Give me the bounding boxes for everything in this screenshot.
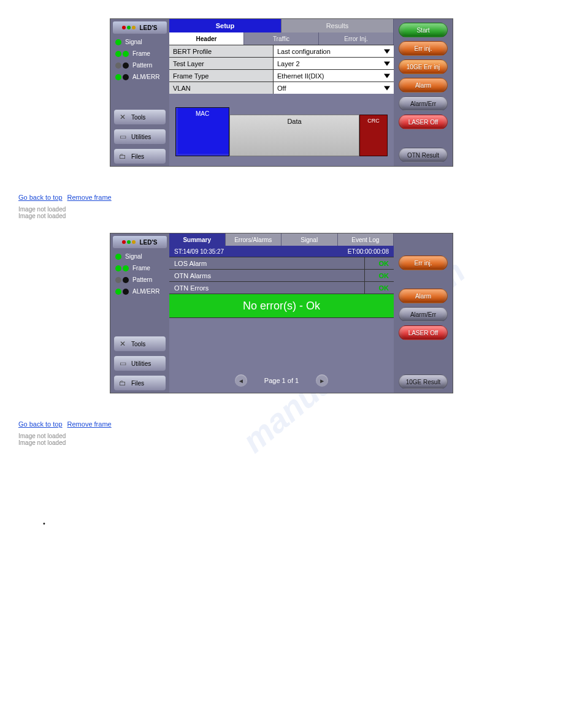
frame-diagram: MAC Data CRC	[175, 104, 388, 156]
led-row-almerr: ALM/ERR	[110, 286, 169, 297]
errinj-button[interactable]: Err inj.	[399, 256, 448, 270]
tab-event-log[interactable]: Event Log	[338, 233, 394, 246]
form-row-frametype: Frame Type Ethernet II(DIX)	[169, 69, 394, 82]
page-label: Page 1 of 1	[264, 377, 299, 384]
image-not-loaded-text: Image not loaded Image not loaded	[18, 433, 563, 446]
sidebar-btn-label: Tools	[131, 114, 145, 121]
link-line: Go back to top Remove frame	[18, 420, 563, 428]
form-rows: BERT Profile Last configuration Test Lay…	[169, 45, 394, 94]
bullet-item	[43, 520, 563, 527]
sidebar-tools-button[interactable]: ✕ Tools	[114, 110, 166, 124]
laser-off-button[interactable]: LASER Off	[399, 115, 448, 129]
tab-results[interactable]: Results	[282, 19, 394, 32]
alarmerr-button[interactable]: Alarm/Err	[399, 96, 448, 111]
sidebar-files-button[interactable]: 🗀 Files	[114, 376, 166, 390]
chevron-down-icon	[384, 61, 390, 66]
page-prev-button[interactable]: ◄	[235, 374, 247, 387]
led-icon	[115, 51, 121, 57]
frame-mac[interactable]: MAC	[175, 107, 229, 156]
tab-setup[interactable]: Setup	[169, 19, 282, 32]
page-next-button[interactable]: ►	[316, 374, 328, 387]
alarm-button[interactable]: Alarm	[399, 78, 448, 93]
form-value: Ethernet II(DIX)	[277, 72, 324, 80]
tab-summary[interactable]: Summary	[169, 233, 226, 246]
center-panel: Summary Errors/Alarms Signal Event Log S…	[169, 233, 394, 393]
led-row-pattern: Pattern	[110, 59, 169, 71]
form-dropdown[interactable]: Last configuration	[274, 45, 394, 57]
form-label: Test Layer	[169, 58, 274, 69]
form-dropdown[interactable]: Layer 2	[274, 58, 394, 69]
utilities-icon: ▭	[118, 358, 128, 368]
form-label: Frame Type	[169, 70, 274, 82]
form-dropdown[interactable]: Ethernet II(DIX)	[274, 70, 394, 82]
tools-icon: ✕	[118, 112, 128, 122]
status-label: OTN Alarms	[169, 270, 364, 281]
led-label: Signal	[125, 253, 142, 260]
top-tabs: Setup Results	[169, 19, 394, 32]
led-icon	[123, 277, 129, 283]
leds-title: LED'S	[139, 239, 157, 246]
subtab-traffic[interactable]: Traffic	[244, 32, 319, 45]
led-row-frame: Frame	[110, 48, 169, 59]
tab-signal[interactable]: Signal	[282, 233, 338, 246]
led-icon	[115, 289, 121, 295]
led-icon	[123, 289, 129, 295]
sidebar-btn-label: Utilities	[131, 360, 151, 367]
laser-off-button[interactable]: LASER Off	[399, 325, 448, 340]
remove-frame-link[interactable]: Remove frame	[67, 420, 112, 428]
10ge-result-button[interactable]: 10GE Result	[399, 374, 448, 389]
led-row-almerr: ALM/ERR	[110, 71, 169, 83]
status-value: OK	[364, 257, 394, 269]
pager: ◄ Page 1 of 1 ►	[169, 368, 394, 393]
subtab-header[interactable]: Header	[169, 32, 244, 45]
elapsed-time: ET:00:00:00:08	[348, 248, 389, 255]
frame-data[interactable]: Data	[229, 115, 359, 156]
form-value: Layer 2	[277, 60, 300, 67]
leds-title: LED'S	[139, 25, 157, 31]
form-row-vlan: VLAN Off	[169, 82, 394, 94]
status-row: OTN Alarms OK	[169, 269, 394, 281]
start-button[interactable]: Start	[399, 23, 448, 37]
led-row-frame: Frame	[110, 262, 169, 274]
sidebar-btn-label: Utilities	[131, 134, 151, 140]
chevron-down-icon	[384, 74, 390, 78]
form-dropdown[interactable]: Off	[274, 82, 394, 94]
led-icon	[123, 63, 129, 69]
chevron-down-icon	[384, 86, 390, 90]
form-row-bert: BERT Profile Last configuration	[169, 45, 394, 57]
right-buttons: Err inj. Alarm Alarm/Err LASER Off 10GE …	[394, 233, 453, 393]
alarmerr-button[interactable]: Alarm/Err	[399, 307, 448, 322]
led-label: Pattern	[132, 62, 152, 69]
form-value: Off	[277, 85, 286, 92]
frame-crc[interactable]: CRC	[359, 115, 388, 156]
image-not-loaded-text: Image not loaded Image not loaded	[18, 206, 563, 219]
files-icon: 🗀	[118, 151, 128, 161]
link-line: Go back to top Remove frame	[18, 194, 563, 201]
led-label: Frame	[132, 265, 150, 271]
alarm-button[interactable]: Alarm	[399, 289, 448, 303]
sidebar-files-button[interactable]: 🗀 Files	[114, 149, 166, 164]
subtab-errorinj[interactable]: Error Inj.	[319, 32, 394, 45]
remove-frame-link[interactable]: Remove frame	[67, 194, 112, 201]
sidebar-tools-button[interactable]: ✕ Tools	[114, 336, 166, 351]
led-icon	[115, 74, 121, 80]
screenshot-results: LED'S Signal Frame Pattern ALM/ERR ✕ Too…	[110, 233, 453, 393]
go-back-link[interactable]: Go back to top	[18, 420, 63, 428]
sidebar-utilities-button[interactable]: ▭ Utilities	[114, 129, 166, 144]
chevron-down-icon	[384, 49, 390, 53]
left-sidebar: LED'S Signal Frame Pattern ALM/ERR ✕ Too…	[110, 19, 169, 166]
led-label: ALM/ERR	[132, 288, 159, 295]
10ge-errinj-button[interactable]: 10GE Err inj	[399, 59, 448, 74]
led-row-signal: Signal	[110, 251, 169, 262]
led-label: ALM/ERR	[132, 74, 159, 80]
form-value: Last configuration	[277, 48, 331, 55]
sidebar-utilities-button[interactable]: ▭ Utilities	[114, 356, 166, 371]
files-icon: 🗀	[118, 378, 128, 388]
errinj-button[interactable]: Err inj.	[399, 41, 448, 56]
tab-errors-alarms[interactable]: Errors/Alarms	[226, 233, 282, 246]
led-icon	[123, 51, 129, 57]
go-back-link[interactable]: Go back to top	[18, 194, 63, 201]
otn-result-button[interactable]: OTN Result	[399, 148, 448, 162]
status-label: LOS Alarm	[169, 257, 364, 269]
center-panel: Setup Results Header Traffic Error Inj. …	[169, 19, 394, 166]
